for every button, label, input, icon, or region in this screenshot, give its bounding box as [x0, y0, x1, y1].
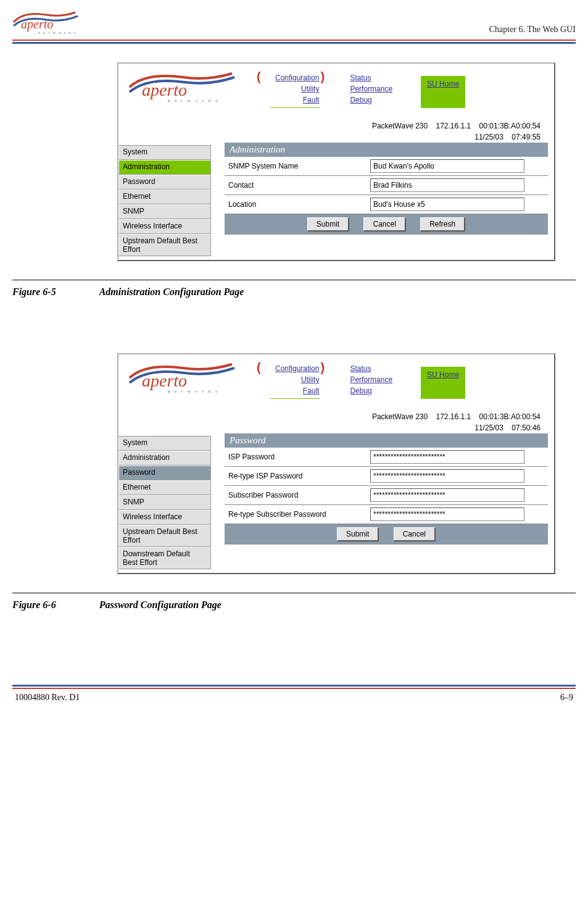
svg-text:n e t w o r k s: n e t w o r k s — [168, 389, 219, 394]
label-contact: Contact — [228, 181, 370, 190]
password-panel: Password ISP Password Re-type ISP Passwo… — [225, 433, 548, 545]
svg-text:n e t w o r k s: n e t w o r k s — [38, 31, 77, 35]
device-datetime-line: 11/25/03 07:49:55 — [118, 132, 554, 143]
row-isp-password: ISP Password — [225, 448, 548, 467]
svg-text:aperto: aperto — [142, 371, 187, 390]
app-brand-logo: aperto n e t w o r k s — [127, 69, 238, 101]
row-snmp-system-name: SNMP System Name — [225, 157, 548, 176]
nav-group-1: ( Configuration Utility Fault ) — [257, 72, 334, 108]
nav-fault[interactable]: Fault — [303, 94, 320, 106]
figure-6-6-screenshot: aperto n e t w o r k s ( Configuration U… — [117, 353, 555, 574]
label-retype-isp-password: Re-type ISP Password — [228, 472, 370, 480]
button-bar: Submit Cancel — [225, 524, 548, 545]
nav-fault[interactable]: Fault — [303, 385, 320, 396]
sidebar-item-administration[interactable]: Administration — [118, 160, 211, 175]
nav-status[interactable]: Status — [350, 72, 371, 83]
sidebar-item-upstream-default[interactable]: Upstream Default Best Effort — [118, 234, 211, 256]
label-isp-password: ISP Password — [228, 453, 370, 461]
submit-button[interactable]: Submit — [337, 527, 379, 541]
svg-text:aperto: aperto — [142, 80, 187, 99]
submit-button[interactable]: Submit — [307, 217, 349, 232]
sidebar-item-ethernet[interactable]: Ethernet — [118, 190, 211, 204]
page-header: aperto n e t w o r k s Chapter 6. The We… — [12, 9, 576, 37]
row-retype-isp-password: Re-type ISP Password — [225, 467, 548, 486]
device-status-line: PacketWave 230 172.16.1.1 00:01:3B:A0:00… — [118, 120, 554, 132]
sidebar-item-ethernet[interactable]: Ethernet — [118, 480, 211, 495]
button-bar: Submit Cancel Refresh — [225, 214, 548, 235]
sidebar-item-password[interactable]: Password — [118, 175, 211, 190]
device-mac: 00:01:3B:A0:00:54 — [479, 122, 540, 130]
svg-text:aperto: aperto — [21, 17, 53, 31]
svg-text:n e t w o r k s: n e t w o r k s — [168, 98, 219, 103]
label-location: Location — [228, 200, 370, 209]
figure-6-6-caption: Figure 6-6Password Configuration Page — [12, 597, 576, 611]
nav-debug[interactable]: Debug — [350, 385, 371, 396]
figure-rule — [12, 280, 576, 280]
admin-panel: Administration SNMP System Name Contact … — [225, 143, 548, 235]
nav-group-2: Status Performance Debug — [349, 363, 394, 399]
device-ip: 172.16.1.1 — [436, 122, 471, 130]
sidebar-item-system[interactable]: System — [118, 436, 211, 451]
sidebar-item-password[interactable]: Password — [118, 466, 211, 480]
swoosh-icon: ( — [257, 363, 270, 372]
device-datetime-line: 11/25/03 07:50:46 — [118, 422, 554, 433]
sidebar-item-snmp[interactable]: SNMP — [118, 204, 211, 219]
device-model: PacketWave 230 — [372, 412, 428, 421]
input-retype-subscriber-password[interactable] — [370, 507, 524, 521]
su-home-button[interactable]: SU Home — [421, 367, 465, 399]
page-number: 6–9 — [560, 693, 573, 703]
device-model: PacketWave 230 — [372, 122, 428, 130]
device-time: 07:50:46 — [511, 424, 540, 432]
device-date: 11/25/03 — [474, 424, 503, 432]
swoosh-icon: ) — [320, 363, 334, 372]
nav-group-1: ( Configuration Utility Fault ) — [257, 363, 334, 399]
device-date: 11/25/03 — [474, 133, 503, 141]
nav-utility[interactable]: Utility — [301, 83, 319, 94]
input-retype-isp-password[interactable] — [370, 469, 524, 483]
input-location[interactable] — [370, 198, 524, 211]
figure-6-5-screenshot: aperto n e t w o r k s ( Configuration U… — [117, 62, 555, 261]
sidebar-item-administration[interactable]: Administration — [118, 451, 211, 466]
footer-rule-blue — [12, 685, 576, 687]
row-subscriber-password: Subscriber Password — [225, 486, 548, 505]
sidebar-item-system[interactable]: System — [118, 145, 211, 160]
swoosh-icon: ( — [257, 72, 270, 81]
nav-performance[interactable]: Performance — [350, 374, 392, 385]
input-isp-password[interactable] — [370, 450, 524, 464]
page-footer: 10004880 Rev. D1 6–9 — [12, 689, 576, 706]
figure-6-5-caption: Figure 6-5Administration Configuration P… — [12, 284, 576, 347]
row-retype-subscriber-password: Re-type Subscriber Password — [225, 505, 548, 524]
header-rule-blue — [12, 42, 576, 44]
input-subscriber-password[interactable] — [370, 488, 524, 502]
label-snmp-system-name: SNMP System Name — [228, 162, 370, 170]
app-brand-logo: aperto n e t w o r k s — [127, 359, 238, 391]
nav-debug[interactable]: Debug — [350, 94, 371, 106]
nav-group-2: Status Performance Debug — [349, 72, 394, 108]
cancel-button[interactable]: Cancel — [363, 217, 405, 232]
sidebar: System Administration Password Ethernet … — [118, 143, 211, 256]
cancel-button[interactable]: Cancel — [394, 527, 436, 541]
aperto-logo-icon: aperto n e t w o r k s — [12, 9, 80, 35]
header-rule-red — [12, 40, 576, 41]
swoosh-icon: ) — [320, 72, 334, 81]
su-home-button[interactable]: SU Home — [421, 76, 465, 108]
nav-configuration[interactable]: Configuration — [275, 72, 319, 83]
sidebar-item-snmp[interactable]: SNMP — [118, 495, 211, 510]
sidebar-item-wireless-interface[interactable]: Wireless Interface — [118, 219, 211, 234]
nav-performance[interactable]: Performance — [350, 83, 392, 94]
device-ip: 172.16.1.1 — [436, 412, 471, 421]
nav-utility[interactable]: Utility — [301, 374, 319, 385]
row-contact: Contact — [225, 176, 548, 195]
sidebar-item-wireless-interface[interactable]: Wireless Interface — [118, 510, 211, 525]
refresh-button[interactable]: Refresh — [420, 217, 465, 232]
nav-status[interactable]: Status — [350, 363, 371, 374]
input-snmp-system-name[interactable] — [370, 159, 524, 173]
panel-title: Password — [225, 433, 548, 448]
chapter-label: Chapter 6. The Web GUI — [489, 25, 576, 35]
nav-configuration[interactable]: Configuration — [275, 363, 319, 374]
sidebar: System Administration Password Ethernet … — [118, 433, 211, 569]
sidebar-item-upstream-default[interactable]: Upstream Default Best Effort — [118, 525, 211, 547]
doc-revision: 10004880 Rev. D1 — [15, 693, 80, 703]
input-contact[interactable] — [370, 178, 524, 192]
sidebar-item-downstream-default[interactable]: Downstream Default Best Effort — [118, 547, 211, 569]
